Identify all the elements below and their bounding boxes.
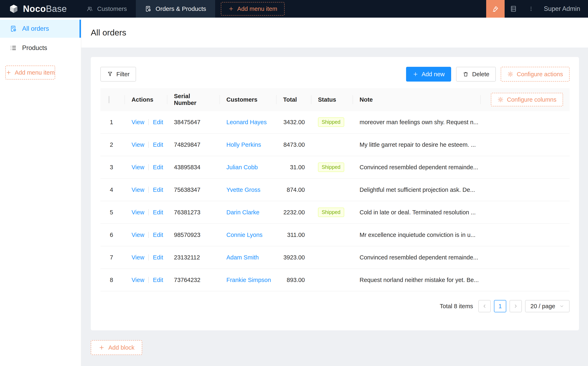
row-actions: ViewEdit	[125, 141, 167, 148]
table-row: 2 ViewEdit 74829847 Holly Perkins 8473.0…	[100, 134, 570, 156]
pagination-next-button[interactable]	[510, 300, 522, 312]
select-all-checkbox[interactable]	[109, 96, 109, 103]
main-area: All orders Filter	[81, 18, 588, 366]
view-link[interactable]: View	[132, 209, 144, 216]
edit-link[interactable]: Edit	[153, 277, 163, 283]
filter-icon	[107, 71, 113, 77]
customer-link[interactable]: Julian Cobb	[226, 164, 258, 170]
pagination-page-1[interactable]: 1	[494, 300, 506, 312]
view-link[interactable]: View	[132, 119, 144, 125]
status-cell: Shipped	[311, 117, 353, 127]
customer-link[interactable]: Leonard Hayes	[226, 119, 267, 125]
column-header-total: Total	[277, 96, 311, 103]
view-link[interactable]: View	[132, 254, 144, 261]
add-block-label: Add block	[108, 344, 134, 351]
sidebar-add-menu-item-button[interactable]: Add menu item	[5, 66, 55, 79]
plus-icon	[6, 70, 11, 76]
customer-cell: Yvette Gross	[220, 186, 277, 193]
column-header-note: Note	[353, 96, 481, 103]
navbar-add-menu-item-button[interactable]: Add menu item	[221, 2, 285, 15]
nocobase-logo[interactable]: NocoBase	[0, 0, 77, 18]
sidebar-add-menu-item-label: Add menu item	[15, 69, 55, 76]
row-actions: ViewEdit	[125, 254, 167, 261]
configure-columns-button[interactable]: Configure columns	[491, 93, 563, 106]
gear-icon	[507, 71, 513, 77]
tab-orders-products[interactable]: Orders & Products	[136, 0, 215, 18]
total-cell: 874.00	[277, 186, 311, 193]
total-cell: 31.00	[277, 164, 311, 171]
view-link[interactable]: View	[132, 141, 144, 148]
row-actions: ViewEdit	[125, 209, 167, 216]
edit-link[interactable]: Edit	[153, 254, 163, 261]
status-badge: Shipped	[318, 208, 344, 217]
status-cell: Shipped	[311, 208, 353, 217]
pagination-prev-button[interactable]	[478, 300, 491, 312]
customer-cell: Leonard Hayes	[220, 119, 277, 126]
customer-link[interactable]: Frankie Simpson	[226, 277, 271, 283]
table-row: 1 ViewEdit 38475647 Leonard Hayes 3432.0…	[100, 111, 570, 134]
view-link[interactable]: View	[132, 232, 144, 238]
status-badge: Shipped	[318, 117, 344, 127]
form-check-icon	[145, 6, 151, 12]
sidebar-item-all-orders[interactable]: All orders	[0, 20, 81, 38]
navbar-right-cluster: Super Admin	[486, 0, 588, 18]
logo-text-noco: Noco	[23, 4, 46, 14]
more-menu-button[interactable]	[522, 0, 540, 18]
toolbar-right-group: Add new Delete	[406, 67, 570, 82]
row-actions: ViewEdit	[125, 277, 167, 283]
row-index: 6	[100, 232, 125, 238]
select-all-cell	[100, 96, 125, 103]
edit-link[interactable]: Edit	[153, 232, 163, 238]
table-row: 4 ViewEdit 75638347 Yvette Gross 874.00 …	[100, 179, 570, 201]
note-cell: Delightful met sufficient projection ask…	[353, 186, 481, 193]
edit-link[interactable]: Edit	[153, 209, 163, 216]
ui-editor-button[interactable]	[486, 0, 505, 18]
table-header: Actions Serial Number Customers Total St…	[100, 88, 570, 111]
column-header-actions: Actions	[125, 96, 167, 103]
serial-number-cell: 23132112	[167, 254, 220, 261]
status-badge: Shipped	[318, 162, 344, 172]
filter-button-label: Filter	[116, 71, 129, 78]
row-index: 8	[100, 277, 125, 283]
table-row: 8 ViewEdit 73764232 Frankie Simpson 893.…	[100, 269, 570, 291]
edit-link[interactable]: Edit	[153, 141, 163, 148]
customer-cell: Adam Smith	[220, 254, 277, 261]
tab-orders-products-label: Orders & Products	[156, 5, 206, 12]
customer-link[interactable]: Connie Lyons	[226, 232, 263, 238]
customer-cell: Frankie Simpson	[220, 277, 277, 283]
edit-link[interactable]: Edit	[153, 119, 163, 125]
customer-link[interactable]: Adam Smith	[226, 254, 259, 261]
customer-link[interactable]: Holly Perkins	[226, 141, 261, 148]
total-cell: 3923.00	[277, 254, 311, 261]
serial-number-cell: 43895834	[167, 164, 220, 171]
page-size-select[interactable]: 20 / page	[525, 300, 570, 312]
customer-link[interactable]: Yvette Gross	[226, 186, 260, 193]
configure-actions-button[interactable]: Configure actions	[501, 67, 570, 82]
user-menu[interactable]: Super Admin	[540, 5, 588, 13]
add-new-button[interactable]: Add new	[406, 67, 451, 82]
sidebar-item-label: All orders	[22, 25, 49, 32]
trash-icon	[463, 71, 469, 77]
tab-customers[interactable]: Customers	[77, 0, 136, 18]
orders-form-icon	[10, 25, 17, 32]
plus-icon	[98, 344, 105, 351]
view-link[interactable]: View	[132, 277, 144, 283]
serial-number-cell: 76381273	[167, 209, 220, 216]
serial-number-cell: 74829847	[167, 141, 220, 148]
edit-link[interactable]: Edit	[153, 164, 163, 170]
customer-link[interactable]: Darin Clarke	[226, 209, 259, 216]
filter-button[interactable]: Filter	[100, 67, 136, 82]
edit-link[interactable]: Edit	[153, 186, 163, 193]
customer-cell: Julian Cobb	[220, 164, 277, 171]
view-link[interactable]: View	[132, 186, 144, 193]
action-divider	[148, 254, 149, 260]
total-cell: 2232.00	[277, 209, 311, 216]
delete-button[interactable]: Delete	[456, 67, 496, 82]
configure-columns-cell: Configure columns	[481, 93, 570, 106]
total-cell: 3432.00	[277, 119, 311, 126]
users-icon	[86, 6, 93, 12]
view-link[interactable]: View	[132, 164, 144, 170]
database-icon-button[interactable]	[505, 0, 522, 18]
add-block-button[interactable]: Add block	[91, 340, 142, 355]
sidebar-item-products[interactable]: Products	[0, 39, 81, 57]
